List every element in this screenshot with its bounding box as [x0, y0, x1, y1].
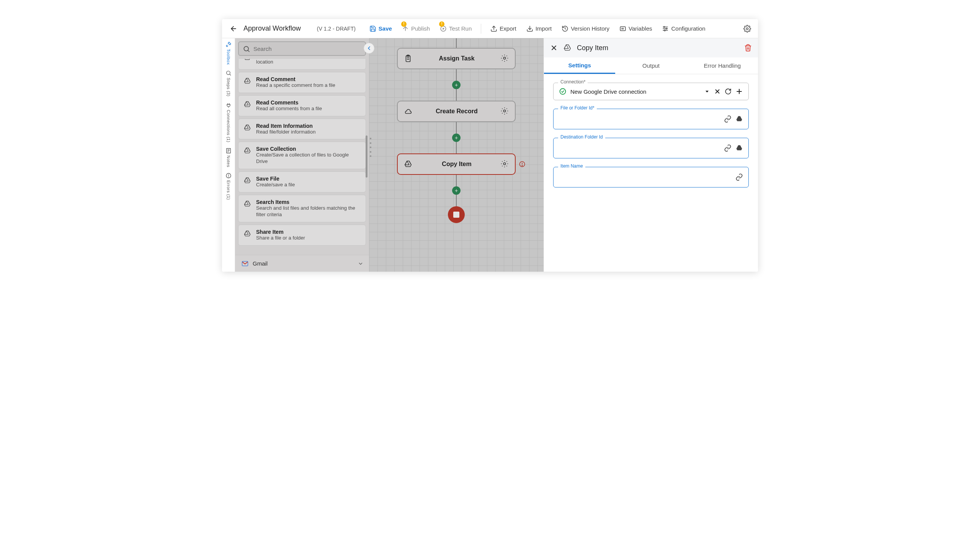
- vertical-tab-connections[interactable]: Connections (1): [225, 102, 232, 142]
- configuration-button[interactable]: Configuration: [658, 23, 709, 34]
- vertical-tab-steps[interactable]: Steps (3): [225, 70, 232, 96]
- field-label: Item Name: [558, 163, 585, 169]
- field-label: File or Folder Id*: [558, 105, 597, 111]
- toolbox-panel: Move a collection of files or a folders …: [235, 38, 369, 272]
- back-button[interactable]: [229, 24, 238, 33]
- tools-icon: [225, 41, 232, 47]
- close-panel-button[interactable]: [550, 44, 558, 52]
- vertical-tab-toolbox[interactable]: Toolbox: [225, 41, 232, 65]
- toolbox-item[interactable]: Share ItemShare a file or a folder: [238, 225, 366, 246]
- drive-icon: [243, 176, 252, 185]
- svg-point-12: [226, 71, 230, 75]
- svg-point-29: [503, 110, 506, 112]
- svg-point-9: [666, 28, 667, 29]
- svg-point-28: [503, 57, 506, 59]
- add-node-button[interactable]: +: [452, 134, 461, 142]
- test-run-label: Test Run: [449, 25, 472, 32]
- panel-tabs: Settings Output Error Handling: [544, 57, 758, 74]
- field-label: Destination Folder Id: [558, 134, 605, 140]
- canvas-drag-handle[interactable]: [370, 138, 372, 157]
- stop-icon: [453, 212, 459, 218]
- export-icon: [490, 25, 497, 32]
- connection-dropdown[interactable]: [704, 88, 710, 95]
- toolbox-category-gmail[interactable]: Gmail: [235, 255, 369, 272]
- flow-node-copy-item[interactable]: Copy Item: [397, 153, 516, 175]
- link-picker-button[interactable]: [735, 173, 743, 181]
- gmail-icon: [241, 260, 249, 267]
- canvas[interactable]: Assign Task + Create Record + Copy Item: [369, 38, 544, 272]
- toolbar-divider: [481, 24, 481, 34]
- toolbox-item[interactable]: Read CommentRead a specific comment from…: [238, 72, 366, 93]
- field-file-id: File or Folder Id*: [553, 109, 749, 129]
- publish-button[interactable]: ! Publish: [398, 23, 434, 34]
- toolbox-item[interactable]: Move a collection of files or a folders …: [238, 59, 366, 70]
- panel-title: Copy Item: [577, 44, 608, 52]
- drive-icon: [563, 44, 572, 52]
- node-settings-button[interactable]: [500, 107, 510, 116]
- svg-point-21: [244, 46, 248, 51]
- node-settings-button[interactable]: [500, 54, 510, 63]
- import-label: Import: [536, 25, 552, 32]
- save-label: Save: [379, 25, 392, 32]
- toolbox-category-label: Gmail: [253, 260, 268, 267]
- flow-node-assign-task[interactable]: Assign Task: [397, 48, 516, 69]
- toolbox-search-input[interactable]: [238, 41, 366, 56]
- export-button[interactable]: Export: [487, 23, 520, 34]
- connection-clear-button[interactable]: [714, 88, 721, 95]
- drive-icon: [243, 100, 252, 109]
- add-node-button[interactable]: +: [452, 81, 461, 89]
- search-icon: [225, 70, 232, 76]
- vertical-tab-errors[interactable]: Errors (1): [225, 173, 232, 200]
- tab-output[interactable]: Output: [615, 57, 686, 74]
- field-item-name: Item Name: [553, 167, 749, 187]
- drive-picker-button[interactable]: [735, 115, 743, 123]
- settings-gear-button[interactable]: [743, 25, 751, 33]
- drive-icon: [243, 124, 252, 132]
- toolbox-list[interactable]: Move a collection of files or a folders …: [235, 59, 369, 255]
- link-picker-button[interactable]: [724, 115, 732, 123]
- add-node-button[interactable]: +: [452, 186, 461, 195]
- version-history-button[interactable]: Version History: [558, 23, 613, 34]
- variables-label: Variables: [629, 25, 652, 32]
- node-error-indicator[interactable]: [519, 161, 526, 168]
- toolbox-item[interactable]: Save FileCreate/save a file: [238, 171, 366, 192]
- collapse-toolbox-button[interactable]: [364, 43, 374, 54]
- destination-folder-input[interactable]: [559, 143, 720, 153]
- drive-picker-button[interactable]: [735, 144, 743, 152]
- save-button[interactable]: Save: [366, 23, 396, 34]
- sliders-icon: [662, 25, 669, 32]
- details-panel: Copy Item Settings Output Error Handling…: [544, 38, 758, 272]
- field-connection: Connection* New Google Drive connection: [553, 83, 749, 100]
- link-picker-button[interactable]: [724, 144, 732, 152]
- toolbox-item[interactable]: Read CommentsRead all comments from a fi…: [238, 95, 366, 116]
- flow-node-create-record[interactable]: Create Record: [397, 101, 516, 122]
- database-icon: [403, 106, 413, 116]
- svg-point-33: [522, 165, 523, 166]
- scrollbar-thumb[interactable]: [366, 135, 368, 178]
- drive-icon: [243, 200, 252, 208]
- file-id-input[interactable]: [559, 114, 720, 124]
- flow-end-node[interactable]: [448, 206, 465, 223]
- connection-add-button[interactable]: [735, 88, 743, 95]
- toolbox-item[interactable]: Save CollectionCreate/Save a collection …: [238, 142, 366, 169]
- delete-button[interactable]: [744, 44, 752, 52]
- test-run-button[interactable]: ! Test Run: [436, 23, 475, 34]
- variables-button[interactable]: Variables: [616, 23, 656, 34]
- toolbox-item[interactable]: Read Item InformationRead file/folder in…: [238, 119, 366, 140]
- svg-line-13: [230, 74, 231, 75]
- tab-error-handling[interactable]: Error Handling: [687, 57, 758, 74]
- trash-icon: [744, 44, 752, 52]
- node-settings-button[interactable]: [500, 160, 510, 169]
- drive-icon: [243, 59, 252, 62]
- field-destination-folder: Destination Folder Id: [553, 138, 749, 158]
- vertical-tab-notes[interactable]: Notes: [225, 148, 232, 167]
- import-button[interactable]: Import: [523, 23, 556, 34]
- import-icon: [526, 25, 533, 32]
- history-icon: [562, 25, 568, 32]
- toolbox-item[interactable]: Search ItemsSearch and list files and fo…: [238, 195, 366, 222]
- status-ok-icon: [559, 88, 567, 95]
- connection-refresh-button[interactable]: [725, 88, 732, 95]
- version-history-label: Version History: [571, 25, 609, 32]
- item-name-input[interactable]: [559, 172, 732, 183]
- tab-settings[interactable]: Settings: [544, 57, 615, 74]
